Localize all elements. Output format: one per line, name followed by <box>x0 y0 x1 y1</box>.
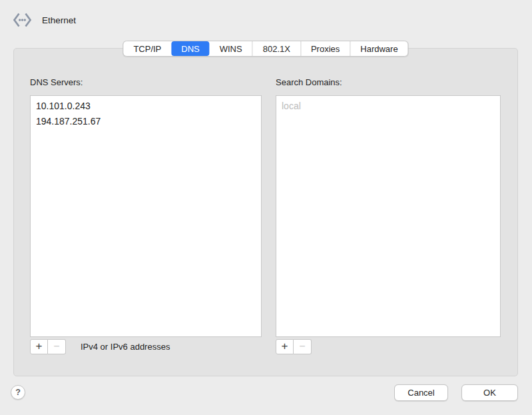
dns-servers-list[interactable]: 10.101.0.243 194.187.251.67 <box>30 95 262 337</box>
search-domain-placeholder: local <box>276 99 500 114</box>
tab-bar: TCP/IP DNS WINS 802.1X Proxies Hardware <box>123 41 408 57</box>
search-domain-remove-button[interactable]: − <box>294 339 312 354</box>
dns-list-controls: + − IPv4 or IPv6 addresses <box>30 339 170 354</box>
settings-panel: TCP/IP DNS WINS 802.1X Proxies Hardware … <box>13 48 518 376</box>
help-button[interactable]: ? <box>11 385 25 400</box>
ok-button[interactable]: OK <box>461 384 518 401</box>
tab-proxies[interactable]: Proxies <box>301 41 350 56</box>
dns-remove-button[interactable]: − <box>48 339 66 354</box>
tab-8021x[interactable]: 802.1X <box>253 41 301 56</box>
dns-server-entry[interactable]: 194.187.251.67 <box>31 114 261 129</box>
tab-dns[interactable]: DNS <box>171 41 209 56</box>
tab-tcpip[interactable]: TCP/IP <box>123 41 171 56</box>
search-domains-list[interactable]: local <box>276 95 501 337</box>
dns-add-button[interactable]: + <box>30 339 48 354</box>
tab-wins[interactable]: WINS <box>210 41 253 56</box>
ethernet-icon <box>11 11 33 29</box>
header: Ethernet <box>11 11 76 29</box>
dns-servers-label: DNS Servers: <box>30 77 83 87</box>
search-domains-controls: + − <box>276 339 312 354</box>
dns-server-entry[interactable]: 10.101.0.243 <box>31 99 261 114</box>
dns-hint-text: IPv4 or IPv6 addresses <box>81 342 170 352</box>
search-domains-label: Search Domains: <box>276 77 342 87</box>
cancel-button[interactable]: Cancel <box>394 384 448 401</box>
page-title: Ethernet <box>42 15 76 25</box>
tab-hardware[interactable]: Hardware <box>350 41 407 56</box>
search-domain-add-button[interactable]: + <box>276 339 294 354</box>
ethernet-dns-window: Ethernet TCP/IP DNS WINS 802.1X Proxies … <box>0 0 532 415</box>
